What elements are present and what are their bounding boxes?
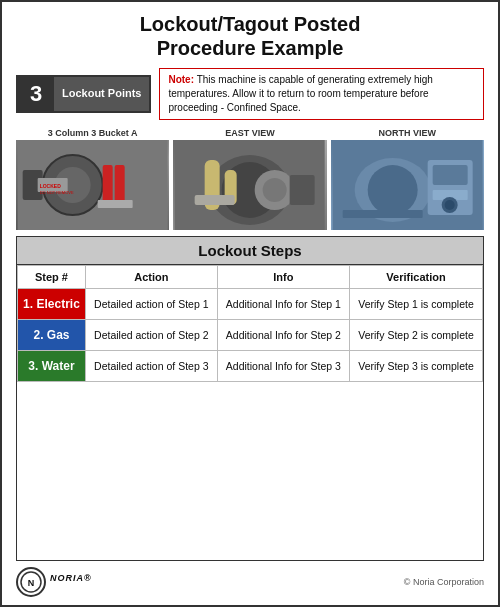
lockout-number: 3 xyxy=(18,77,54,111)
svg-point-17 xyxy=(263,178,287,202)
lockout-badge: 3 Lockout Points xyxy=(16,75,151,113)
step-cell-3: 3. Water xyxy=(18,351,86,382)
image-block-1: 3 Column 3 Bucket A LOCKED DO NOT REMOVE xyxy=(16,128,169,230)
copyright-text: © Noria Corporation xyxy=(404,577,484,587)
svg-point-21 xyxy=(367,165,417,215)
lockout-row: 3 Lockout Points Note: This machine is c… xyxy=(16,68,484,120)
page-container: Lockout/Tagout Posted Procedure Example … xyxy=(0,0,500,607)
table-row: 1. ElectricDetailed action of Step 1Addi… xyxy=(18,289,483,320)
table-row: 2. GasDetailed action of Step 2Additiona… xyxy=(18,320,483,351)
col-header-verification: Verification xyxy=(350,266,483,289)
note-text: This machine is capable of generating ex… xyxy=(168,74,432,113)
svg-rect-15 xyxy=(195,195,235,205)
svg-rect-18 xyxy=(290,175,315,205)
page-title: Lockout/Tagout Posted Procedure Example xyxy=(16,12,484,60)
action-cell-1: Detailed action of Step 1 xyxy=(85,289,217,320)
lockout-table: Step # Action Info Verification 1. Elect… xyxy=(17,265,483,382)
verification-cell-3: Verify Step 3 is complete xyxy=(350,351,483,382)
step-cell-2: 2. Gas xyxy=(18,320,86,351)
lockout-label: Lockout Points xyxy=(54,77,149,111)
verification-cell-2: Verify Step 2 is complete xyxy=(350,320,483,351)
svg-text:LOCKED: LOCKED xyxy=(40,183,62,189)
svg-rect-23 xyxy=(432,165,467,185)
machine-image-3 xyxy=(331,140,484,230)
logo-text: NORIA® xyxy=(50,573,92,591)
note-label: Note: xyxy=(168,74,194,85)
footer: N NORIA® © Noria Corporation xyxy=(16,561,484,597)
note-box: Note: This machine is capable of generat… xyxy=(159,68,484,120)
image-label-1: 3 Column 3 Bucket A xyxy=(48,128,138,138)
logo-icon: N xyxy=(16,567,46,597)
machine-image-1: LOCKED DO NOT REMOVE xyxy=(16,140,169,230)
logo-area: N NORIA® xyxy=(16,567,92,597)
svg-rect-5 xyxy=(115,165,125,205)
steps-header: Lockout Steps xyxy=(17,237,483,265)
col-header-info: Info xyxy=(217,266,349,289)
svg-point-26 xyxy=(444,200,454,210)
svg-rect-4 xyxy=(103,165,113,205)
action-cell-3: Detailed action of Step 3 xyxy=(85,351,217,382)
image-label-3: NORTH VIEW xyxy=(379,128,437,138)
image-label-2: EAST VIEW xyxy=(225,128,275,138)
images-row: 3 Column 3 Bucket A LOCKED DO NOT REMOVE xyxy=(16,128,484,230)
action-cell-2: Detailed action of Step 2 xyxy=(85,320,217,351)
svg-text:DO NOT REMOVE: DO NOT REMOVE xyxy=(40,190,74,195)
image-block-2: EAST VIEW xyxy=(173,128,326,230)
info-cell-1: Additional Info for Step 1 xyxy=(217,289,349,320)
table-row: 3. WaterDetailed action of Step 3Additio… xyxy=(18,351,483,382)
svg-rect-6 xyxy=(98,200,133,208)
col-header-action: Action xyxy=(85,266,217,289)
step-cell-1: 1. Electric xyxy=(18,289,86,320)
image-block-3: NORTH VIEW xyxy=(331,128,484,230)
machine-image-2 xyxy=(173,140,326,230)
steps-section: Lockout Steps Step # Action Info Verific… xyxy=(16,236,484,561)
info-cell-3: Additional Info for Step 3 xyxy=(217,351,349,382)
info-cell-2: Additional Info for Step 2 xyxy=(217,320,349,351)
col-header-step: Step # xyxy=(18,266,86,289)
svg-text:N: N xyxy=(28,578,35,588)
svg-rect-27 xyxy=(342,210,422,218)
table-wrapper: Step # Action Info Verification 1. Elect… xyxy=(17,265,483,382)
verification-cell-1: Verify Step 1 is complete xyxy=(350,289,483,320)
